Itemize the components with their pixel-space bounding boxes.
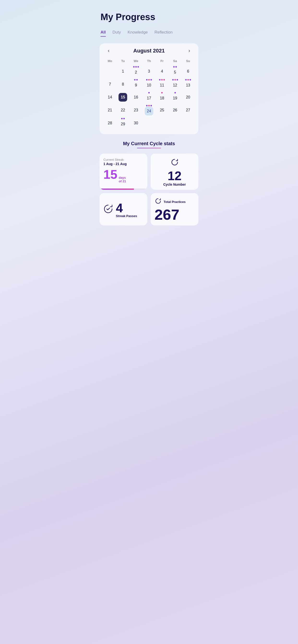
calendar-day-11[interactable]: 11 (156, 78, 169, 91)
calendar-day-18[interactable]: 18 (156, 91, 169, 104)
calendar-day-28[interactable]: 28 (103, 117, 116, 130)
calendar-header: ‹ August 2021 › (103, 48, 195, 54)
tab-all[interactable]: All (100, 30, 106, 37)
day-header-sa: Sa (169, 58, 181, 65)
streak-dates: 1 Aug - 21 Aug (103, 162, 143, 166)
day-header-su: Su (182, 58, 195, 65)
calendar-days: 1234567891011121314151617181920212223242… (103, 65, 195, 130)
total-top: Total Practices (155, 198, 195, 206)
calendar-day-6[interactable]: 6 (182, 65, 195, 78)
cycle-card: 12 Cycle Number (151, 154, 198, 190)
streak-main: 15 days of 21 (103, 168, 143, 183)
day-header-fr: Fr (156, 58, 169, 65)
streak-of-text: of 21 (119, 180, 126, 183)
calendar-day-9[interactable]: 9 (129, 78, 142, 91)
calendar-day-3[interactable]: 3 (142, 65, 156, 78)
streak-days-word: days (119, 176, 126, 180)
streak-days-info: days of 21 (119, 176, 126, 183)
total-refresh-icon (155, 198, 162, 206)
calendar-day-15[interactable]: 15 (116, 91, 129, 104)
passes-card: 4 Streak Passes (100, 193, 147, 226)
calendar-day-21[interactable]: 21 (103, 104, 116, 117)
day-header-tu: Tu (116, 58, 129, 65)
stats-underline (137, 148, 161, 148)
calendar-day-4[interactable]: 4 (156, 65, 169, 78)
streak-number: 15 (103, 168, 117, 181)
calendar-day-22[interactable]: 22 (116, 104, 129, 117)
stats-grid: Current Streak 1 Aug - 21 Aug 15 days of… (100, 154, 198, 226)
calendar-day-8[interactable]: 8 (116, 78, 129, 91)
calendar-day-empty (142, 117, 156, 130)
passes-number: 4 (116, 202, 137, 214)
calendar-day-17[interactable]: 17 (142, 91, 156, 104)
calendar-day-23[interactable]: 23 (129, 104, 142, 117)
day-header-th: Th (142, 58, 156, 65)
cycle-label: Cycle Number (163, 182, 186, 186)
calendar-day-14[interactable]: 14 (103, 91, 116, 104)
calendar-day-12[interactable]: 12 (169, 78, 181, 91)
passes-info: 4 Streak Passes (116, 202, 137, 218)
stats-title: My Current Cycle stats (100, 141, 198, 146)
calendar-day-empty (103, 65, 116, 78)
calendar-day-25[interactable]: 25 (156, 104, 169, 117)
calendar-day-24[interactable]: 24 (142, 104, 156, 117)
tab-reflection[interactable]: Reflection (155, 30, 173, 37)
tabs-bar: All Duty Knowledge Reflection (100, 30, 198, 37)
total-number: 267 (155, 207, 195, 222)
calendar-day-20[interactable]: 20 (182, 91, 195, 104)
calendar-day-7[interactable]: 7 (103, 78, 116, 91)
page-title: My Progress (100, 12, 198, 22)
calendar-grid: Mo Tu We Th Fr Sa Su (103, 58, 195, 65)
calendar-day-1[interactable]: 1 (116, 65, 129, 78)
calendar-month-title: August 2021 (133, 48, 165, 54)
day-header-mo: Mo (103, 58, 116, 65)
cycle-number: 12 (168, 170, 182, 182)
passes-label: Streak Passes (116, 214, 137, 218)
calendar-prev-button[interactable]: ‹ (105, 48, 112, 54)
calendar-day-10[interactable]: 10 (142, 78, 156, 91)
calendar-day-16[interactable]: 16 (129, 91, 142, 104)
streak-bar-fill (100, 188, 134, 190)
calendar-day-27[interactable]: 27 (182, 104, 195, 117)
day-header-we: We (129, 58, 142, 65)
streak-card: Current Streak 1 Aug - 21 Aug 15 days of… (100, 154, 147, 190)
calendar-day-13[interactable]: 13 (182, 78, 195, 91)
calendar-day-26[interactable]: 26 (169, 104, 181, 117)
calendar-day-2[interactable]: 2 (129, 65, 142, 78)
streak-label: Current Streak (103, 158, 143, 162)
tab-knowledge[interactable]: Knowledge (128, 30, 148, 37)
calendar: ‹ August 2021 › Mo Tu We Th Fr Sa Su 123… (100, 43, 198, 134)
calendar-day-30[interactable]: 30 (129, 117, 142, 130)
calendar-day-5[interactable]: 5 (169, 65, 181, 78)
calendar-day-19[interactable]: 19 (169, 91, 181, 104)
total-card: Total Practices 267 (151, 193, 198, 226)
cycle-refresh-icon (170, 158, 179, 168)
streak-bar-bg (100, 188, 147, 190)
tab-duty[interactable]: Duty (112, 30, 121, 37)
calendar-next-button[interactable]: › (186, 48, 193, 54)
total-label: Total Practices (164, 200, 186, 204)
stats-section: My Current Cycle stats Current Streak 1 … (100, 141, 198, 226)
passes-icon (103, 204, 113, 216)
calendar-day-29[interactable]: 29 (116, 117, 129, 130)
